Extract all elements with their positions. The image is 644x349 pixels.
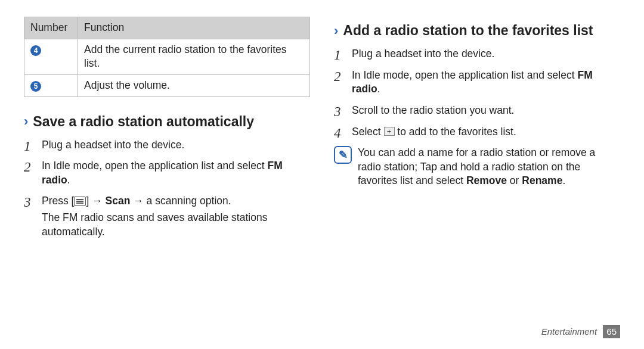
- heading-add-favorite: › Add a radio station to the favorites l…: [334, 21, 620, 40]
- menu-icon: [74, 197, 86, 206]
- chapter-label: Entertainment: [541, 326, 597, 336]
- th-function: Function: [78, 17, 310, 39]
- step-3: Press [] → Scan → a scanning option. The…: [24, 194, 310, 239]
- number-badge-4: 4: [30, 45, 41, 56]
- heading-save-station: › Save a radio station automatically: [24, 113, 310, 131]
- step-3-result: The FM radio scans and saves available s…: [42, 211, 310, 239]
- page-number: 65: [603, 325, 620, 338]
- step-3: Scroll to the radio station you want.: [334, 104, 620, 118]
- step-1: Plug a headset into the device.: [24, 138, 310, 152]
- step-2: In Idle mode, open the application list …: [24, 159, 310, 187]
- table-row: 4 Add the current radio station to the f…: [24, 39, 310, 74]
- step-4: Select + to add to the favorites list.: [334, 125, 620, 139]
- fn-cell: Add the current radio station to the fav…: [78, 39, 310, 74]
- function-table: Number Function 4 Add the current radio …: [24, 17, 310, 97]
- step-1: Plug a headset into the device.: [334, 47, 620, 61]
- note-icon: ✎: [334, 146, 352, 164]
- chevron-icon: ›: [24, 113, 28, 130]
- th-number: Number: [24, 17, 78, 39]
- note-block: ✎ You can add a name for a radio station…: [334, 146, 620, 188]
- table-row: 5 Adjust the volume.: [24, 74, 310, 96]
- note-text: You can add a name for a radio station o…: [358, 146, 620, 188]
- chevron-icon: ›: [334, 22, 338, 40]
- plus-icon: +: [384, 127, 395, 136]
- page-footer: Entertainment 65: [541, 325, 620, 338]
- step-2: In Idle mode, open the application list …: [334, 68, 620, 96]
- fn-cell: Adjust the volume.: [78, 74, 310, 96]
- number-badge-5: 5: [30, 81, 41, 92]
